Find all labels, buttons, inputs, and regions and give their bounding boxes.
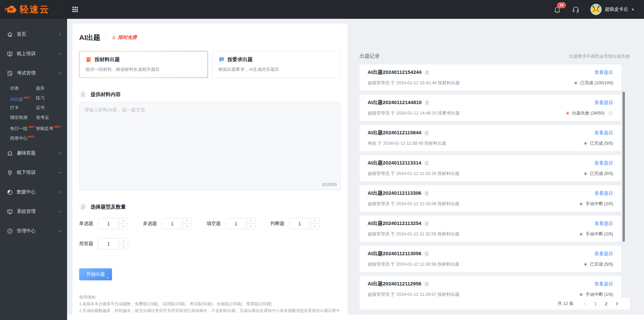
- info-icon[interactable]: [608, 111, 613, 116]
- user-menu[interactable]: 超级皮卡丘 ▼: [590, 4, 635, 15]
- sidebar-item-data-center[interactable]: 数据中心: [0, 184, 67, 200]
- sidebar-item-label: 线上培训: [17, 51, 36, 57]
- sidebar-item-home[interactable]: 首页: [0, 26, 67, 42]
- stepper-fill-blank-input[interactable]: [226, 218, 246, 229]
- sidebar-subitem-class-quiz[interactable]: 随堂检测: [10, 112, 36, 122]
- sidebar-subitem-practice[interactable]: 练习: [36, 93, 67, 103]
- sidebar-subitem-question-bank[interactable]: 题库: [36, 83, 67, 93]
- stepper-up-icon[interactable]: [119, 218, 128, 224]
- pagination-next-icon[interactable]: [612, 299, 621, 308]
- view-questions-link[interactable]: 查看题目: [594, 251, 613, 257]
- sidebar-item-admin-center[interactable]: 管理中心: [0, 223, 67, 239]
- sidebar-item-label: 首页: [17, 31, 26, 37]
- view-questions-link[interactable]: 查看题目: [594, 70, 613, 76]
- stepper-up-icon[interactable]: [247, 218, 255, 224]
- record-meta: 超级管理员 于 2024-01-12 11:30:56 按材料出题: [368, 261, 460, 267]
- logo[interactable]: 轻速云: [0, 3, 67, 15]
- status-text: 出题失败 (34/50): [572, 110, 604, 116]
- sidebar-submenu-exam-management: 试卷题库AI出题HOT练习打卡证书随堂检测准考证每日一练HOT智能监考HOT阅卷…: [10, 83, 67, 142]
- document-icon: [424, 161, 429, 166]
- sidebar-subitem-papers[interactable]: 试卷: [10, 83, 36, 93]
- view-questions-link[interactable]: 查看题目: [594, 130, 613, 136]
- stepper-buttons: [119, 238, 128, 249]
- view-questions-link[interactable]: 查看题目: [594, 100, 613, 106]
- sidebar-item-label: 线下培训: [17, 170, 36, 176]
- record-name: AI出题20240112113254: [368, 220, 421, 227]
- admin-center-icon: [7, 228, 13, 234]
- record-card: AI出题20240112113056查看题目超级管理员 于 2024-01-12…: [360, 246, 621, 272]
- sidebar-subitem-ai-proctor[interactable]: 智能监考HOT: [36, 122, 67, 132]
- stepper-down-icon[interactable]: [310, 224, 319, 229]
- view-questions-link[interactable]: 查看题目: [594, 221, 613, 227]
- tab-by-material[interactable]: 按材料出题提供一段材料，根据材料生成相关题目: [79, 51, 208, 78]
- usage-note-line-1: 1.各版本单次最多可生成题数，免费版(10题)、试用版(10题)、考试版(50题…: [79, 301, 341, 307]
- tab-by-requirement[interactable]: 按要求出题根据出题要求，AI生成对应题目: [212, 51, 341, 78]
- pagination-page-2[interactable]: 2: [602, 299, 610, 308]
- records-hint: 出题要求不规范会导致出题失败: [569, 53, 630, 59]
- sidebar-item-label: 数据中心: [17, 189, 36, 195]
- stepper-multi-choice-input[interactable]: [162, 218, 182, 229]
- record-bottom-row: 超级管理员 于 2024-01-12 11:33:15 按材料出题已完成 (5/…: [368, 171, 613, 177]
- chevron-up-icon: [58, 71, 62, 75]
- sidebar-subitem-ai-question[interactable]: AI出题HOT: [10, 93, 36, 103]
- topbar: 轻速云 26 超级皮卡丘 ▼: [0, 0, 644, 19]
- sidebar-subitem-certificate[interactable]: 证书: [36, 103, 67, 112]
- sidebar-subitem-empty: [36, 132, 67, 142]
- view-questions-link[interactable]: 查看题目: [594, 160, 613, 166]
- stepper-down-icon[interactable]: [183, 224, 192, 229]
- record-status: 已完成 (5/5): [584, 140, 613, 146]
- sidebar-subitem-daily-practice[interactable]: 每日一练HOT: [10, 122, 36, 132]
- chevron-down-icon: ▼: [631, 8, 635, 11]
- tab-description: 提供一段材料，根据材料生成相关题目: [86, 66, 202, 73]
- notifications-button[interactable]: 26: [553, 6, 561, 13]
- status-dot: [584, 172, 588, 176]
- record-name: AI出题20240112144810: [368, 99, 422, 106]
- material-textarea[interactable]: [79, 102, 341, 190]
- apps-grid-icon[interactable]: [72, 7, 78, 12]
- online-training-icon: [7, 51, 13, 57]
- stepper-short-answer-input[interactable]: [98, 238, 119, 249]
- stepper-single-choice-input[interactable]: [98, 218, 119, 229]
- stepper-up-icon[interactable]: [183, 218, 192, 224]
- record-card: AI出题20240112112956查看题目超级管理员 于 2024-01-12…: [360, 276, 621, 300]
- sidebar-item-exam-management[interactable]: 考试管理: [0, 65, 67, 81]
- records-scrollbar[interactable]: [623, 92, 625, 242]
- sidebar-subitem-grading-center[interactable]: 阅卷中心HOT: [10, 132, 36, 142]
- status-dot: [584, 262, 588, 266]
- sidebar-item-system-management[interactable]: 系统管理: [0, 203, 67, 220]
- chat-icon: [218, 56, 225, 63]
- stepper-down-icon[interactable]: [247, 224, 255, 229]
- stepper-down-icon[interactable]: [119, 224, 128, 229]
- logo-text: 轻速云: [19, 3, 50, 15]
- sidebar-item-offline-training[interactable]: 线下培训: [0, 165, 67, 181]
- step1-label: 1 提供材料内容: [79, 91, 341, 98]
- sidebar-item-label: 管理中心: [17, 228, 36, 234]
- record-top-row: AI出题20240112144810查看题目: [368, 99, 613, 106]
- support-button[interactable]: [572, 6, 580, 13]
- view-questions-link[interactable]: 查看题目: [594, 281, 613, 287]
- view-questions-link[interactable]: 查看题目: [594, 190, 613, 196]
- stepper-up-icon[interactable]: [310, 218, 319, 224]
- stepper-true-false-input[interactable]: [289, 218, 310, 229]
- record-top-row: AI出题20240112115844查看题目: [368, 130, 613, 136]
- status-dot: [574, 81, 578, 85]
- stepper-up-icon[interactable]: [119, 238, 128, 244]
- data-center-icon: [7, 189, 13, 195]
- pagination: 共 12 条 12: [360, 298, 630, 310]
- sidebar-item-fun-quiz[interactable]: 趣味答题: [0, 145, 67, 161]
- exam-management-icon: [7, 70, 13, 77]
- stepper-down-icon[interactable]: [119, 244, 128, 249]
- sidebar-subitem-exam-permit[interactable]: 准考证: [36, 112, 67, 122]
- hot-badge: HOT: [54, 125, 60, 129]
- pagination-prev-icon[interactable]: [580, 299, 589, 308]
- sidebar-subitem-check-in[interactable]: 打卡: [10, 103, 36, 112]
- sidebar-item-online-training[interactable]: 线上培训: [0, 46, 67, 62]
- sidebar-item-label: 趣味答题: [17, 150, 36, 156]
- stepper-multi-choice: 多选题: [143, 218, 192, 229]
- start-generate-button[interactable]: 开始出题: [79, 268, 112, 280]
- pagination-page-1[interactable]: 1: [591, 299, 600, 308]
- offline-training-icon: [7, 170, 13, 176]
- hot-badge: HOT: [28, 135, 35, 138]
- chevron-down-icon: [58, 210, 62, 214]
- record-top-row: AI出题20240112113254查看题目: [368, 220, 613, 227]
